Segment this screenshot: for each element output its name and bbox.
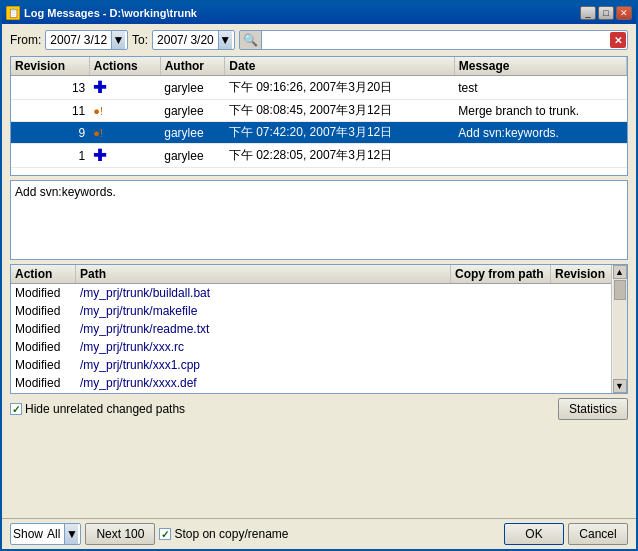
from-date-dropdown[interactable]: ▼ [111,31,125,49]
log-message [454,144,626,168]
from-date-value: 2007/ 3/12 [48,33,109,47]
stop-copy-checkmark: ✓ [161,529,169,540]
scroll-thumb[interactable] [614,280,626,300]
hide-unrelated-container: ✓ Hide unrelated changed paths [10,402,185,416]
col-actions[interactable]: Actions [89,57,160,76]
changes-row[interactable]: Modified /my_prj/trunk/readme.txt [11,320,611,338]
changes-copy [451,339,551,355]
changes-copy [451,321,551,337]
to-date-dropdown[interactable]: ▼ [218,31,232,49]
search-icon[interactable]: 🔍 [240,31,262,49]
changes-revision [551,357,611,373]
scroll-down-button[interactable]: ▼ [613,379,627,393]
log-revision: 13 [11,76,89,100]
log-date: 下午 08:08:45, 2007年3月12日 [225,100,454,122]
options-row: ✓ Hide unrelated changed paths Statistic… [10,398,628,420]
scroll-up-button[interactable]: ▲ [613,265,627,279]
changes-revision [551,285,611,301]
show-select[interactable]: Show All ▼ [10,523,81,545]
changes-col-copy[interactable]: Copy from path [451,265,551,283]
stop-copy-label: Stop on copy/rename [174,527,288,541]
changes-row[interactable]: Modified /my_prj/trunk/buildall.bat [11,284,611,302]
col-date[interactable]: Date [225,57,454,76]
changes-copy [451,357,551,373]
changes-inner: Action Path Copy from path Revision Modi… [11,265,611,393]
changes-path: /my_prj/trunk/makefile [76,303,451,319]
changes-path: /my_prj/trunk/readme.txt [76,321,451,337]
ok-button[interactable]: OK [504,523,564,545]
from-label: From: [10,33,41,47]
log-date: 下午 02:28:05, 2007年3月12日 [225,144,454,168]
window-title: Log Messages - D:\working\trunk [24,7,197,19]
toolbar-row: From: 2007/ 3/12 ▼ To: 2007/ 3/20 ▼ 🔍 ✕ [10,30,628,50]
to-date-value: 2007/ 3/20 [155,33,216,47]
log-message: Add svn:keywords. [454,122,626,144]
show-dropdown-arrow[interactable]: ▼ [64,524,78,544]
changes-col-revision[interactable]: Revision [551,265,611,283]
log-panel: Revision Actions Author Date Message 13 … [10,56,628,176]
log-table-row[interactable]: 1 ✚ garylee 下午 02:28:05, 2007年3月12日 [11,144,627,168]
changes-action: Modified [11,321,76,337]
minimize-button[interactable]: _ [580,6,596,20]
cancel-button[interactable]: Cancel [568,523,628,545]
main-window: 📋 Log Messages - D:\working\trunk _ □ ✕ … [0,0,638,551]
close-button[interactable]: ✕ [616,6,632,20]
log-table-row[interactable]: 11 ●! garylee 下午 08:08:45, 2007年3月12日 Me… [11,100,627,122]
changes-row[interactable]: Modified /my_prj/trunk/xxxx.def [11,374,611,392]
log-author: garylee [160,100,225,122]
changes-header: Action Path Copy from path Revision [11,265,611,284]
to-label: To: [132,33,148,47]
hide-unrelated-checkbox[interactable]: ✓ [10,403,22,415]
changes-revision [551,321,611,337]
changes-revision [551,375,611,391]
col-revision[interactable]: Revision [11,57,89,76]
to-date-picker[interactable]: 2007/ 3/20 ▼ [152,30,235,50]
log-author: garylee [160,76,225,100]
scroll-track [613,279,627,379]
log-actions: ✚ [89,76,160,100]
titlebar-left: 📋 Log Messages - D:\working\trunk [6,6,197,20]
changes-revision [551,339,611,355]
changes-copy [451,303,551,319]
log-actions: ✚ [89,144,160,168]
changes-action: Modified [11,357,76,373]
show-label: Show [13,527,43,541]
maximize-button[interactable]: □ [598,6,614,20]
message-panel: Add svn:keywords. [10,180,628,260]
search-input[interactable] [262,33,610,47]
changes-path: /my_prj/trunk/buildall.bat [76,285,451,301]
titlebar-controls: _ □ ✕ [580,6,632,20]
log-message: test [454,76,626,100]
changes-row[interactable]: Modified /my_prj/trunk/xxx.rc [11,338,611,356]
changes-copy [451,285,551,301]
changes-action: Modified [11,303,76,319]
changes-action: Modified [11,375,76,391]
log-message: Merge branch to trunk. [454,100,626,122]
log-table: Revision Actions Author Date Message 13 … [11,57,627,168]
changes-revision [551,303,611,319]
log-author: garylee [160,122,225,144]
log-date: 下午 07:42:20, 2007年3月12日 [225,122,454,144]
changes-row[interactable]: Modified /my_prj/trunk/xxx1.cpp [11,356,611,374]
next-100-button[interactable]: Next 100 [85,523,155,545]
col-author[interactable]: Author [160,57,225,76]
clear-search-button[interactable]: ✕ [610,32,626,48]
log-actions: ●! [89,100,160,122]
show-value: All [45,527,62,541]
log-table-row[interactable]: 13 ✚ garylee 下午 09:16:26, 2007年3月20日 tes… [11,76,627,100]
log-revision: 1 [11,144,89,168]
stop-copy-checkbox[interactable]: ✓ [159,528,171,540]
log-date: 下午 09:16:26, 2007年3月20日 [225,76,454,100]
log-revision: 9 [11,122,89,144]
log-revision: 11 [11,100,89,122]
changes-action: Modified [11,285,76,301]
statistics-button[interactable]: Statistics [558,398,628,420]
changes-path: /my_prj/trunk/xxx.rc [76,339,451,355]
col-message[interactable]: Message [454,57,626,76]
changes-row[interactable]: Modified /my_prj/trunk/makefile [11,302,611,320]
log-table-row[interactable]: 9 ●! garylee 下午 07:42:20, 2007年3月12日 Add… [11,122,627,144]
changes-col-path[interactable]: Path [76,265,451,283]
changes-scrollbar[interactable]: ▲ ▼ [611,265,627,393]
changes-col-action[interactable]: Action [11,265,76,283]
from-date-picker[interactable]: 2007/ 3/12 ▼ [45,30,128,50]
